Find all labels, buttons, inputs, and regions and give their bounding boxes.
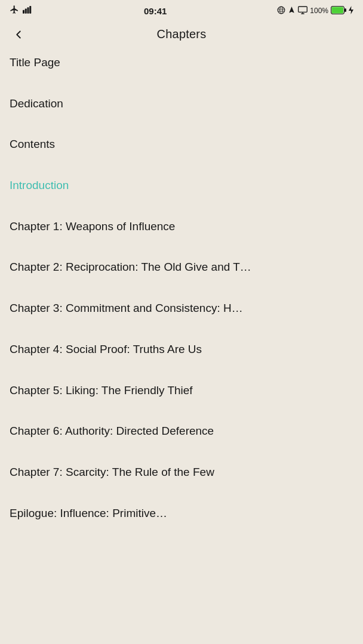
battery-percent: 100% [310, 7, 328, 15]
charging-icon [349, 6, 353, 16]
chapter-list: Title Page Dedication Contents Introduct… [0, 53, 363, 523]
svg-rect-3 [29, 6, 31, 14]
list-item[interactable]: Title Page [10, 53, 353, 83]
status-right: 100% [277, 6, 353, 16]
svg-rect-1 [25, 9, 27, 14]
signal-icon [23, 5, 33, 16]
list-item-introduction[interactable]: Introduction [10, 165, 353, 206]
chapter-item-label: Chapter 5: Liking: The Friendly Thief [10, 384, 193, 397]
svg-rect-8 [299, 7, 307, 12]
status-left [10, 5, 33, 17]
battery-icon [331, 6, 346, 16]
list-item[interactable]: Chapter 3: Commitment and Consistency: H… [10, 288, 353, 329]
svg-rect-11 [344, 8, 346, 12]
chapter-item-label-active: Introduction [10, 179, 69, 191]
chapter-item-label: Chapter 1: Weapons of Influence [10, 220, 175, 233]
svg-rect-10 [331, 7, 343, 13]
list-item[interactable]: Dedication [10, 83, 353, 125]
svg-point-5 [280, 7, 283, 14]
page-title: Chapters [157, 27, 207, 41]
list-item[interactable]: Contents [10, 124, 353, 165]
svg-rect-0 [23, 10, 24, 14]
list-item[interactable]: Chapter 4: Social Proof: Truths Are Us [10, 329, 353, 370]
chapter-item-label: Chapter 3: Commitment and Consistency: H… [10, 302, 243, 314]
location-icon [288, 6, 296, 16]
list-item[interactable]: Chapter 5: Liking: The Friendly Thief [10, 370, 353, 411]
chapter-item-label: Epilogue: Influence: Primitive… [10, 507, 167, 519]
screen-icon [298, 6, 307, 16]
chapter-item-label: Chapter 4: Social Proof: Truths Are Us [10, 343, 202, 355]
status-time: 09:41 [144, 6, 167, 16]
list-item[interactable]: Epilogue: Influence: Primitive… [10, 493, 353, 524]
list-item[interactable]: Chapter 6: Authority: Directed Deference [10, 411, 353, 452]
chapter-item-label: Chapter 2: Reciprocation: The Old Give a… [10, 261, 251, 273]
chapter-item-label: Chapter 6: Authority: Directed Deference [10, 425, 214, 437]
chapter-item-label: Title Page [10, 56, 60, 69]
chapter-item-label: Chapter 7: Scarcity: The Rule of the Few [10, 466, 214, 478]
lock-icon [277, 6, 285, 16]
back-button[interactable] [10, 26, 27, 44]
page-header: Chapters [0, 21, 363, 47]
svg-point-4 [278, 7, 285, 14]
list-item[interactable]: Chapter 2: Reciprocation: The Old Give a… [10, 247, 353, 288]
svg-rect-2 [27, 7, 29, 14]
airplane-icon [10, 5, 19, 17]
list-item[interactable]: Chapter 1: Weapons of Influence [10, 206, 353, 247]
chapter-item-label: Contents [10, 138, 55, 150]
list-item[interactable]: Chapter 7: Scarcity: The Rule of the Few [10, 452, 353, 493]
chapter-item-label: Dedication [10, 97, 63, 110]
status-bar: 09:41 100% [0, 0, 363, 21]
